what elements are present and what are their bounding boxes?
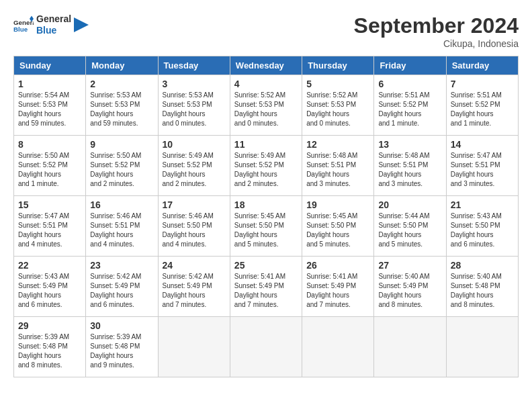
calendar-week-row: 22 Sunrise: 5:43 AMSunset: 5:49 PMDaylig…	[14, 257, 519, 317]
day-number: 18	[234, 199, 298, 210]
table-row: 19 Sunrise: 5:45 AMSunset: 5:50 PMDaylig…	[302, 196, 374, 257]
table-row: 20 Sunrise: 5:44 AMSunset: 5:50 PMDaylig…	[374, 196, 446, 257]
header-sunday: Sunday	[14, 56, 86, 75]
day-info: Sunrise: 5:40 AMSunset: 5:49 PMDaylight …	[378, 272, 441, 310]
day-info: Sunrise: 5:45 AMSunset: 5:50 PMDaylight …	[234, 212, 298, 249]
day-number: 2	[90, 79, 153, 89]
table-row: 23 Sunrise: 5:42 AMSunset: 5:49 PMDaylig…	[86, 257, 158, 317]
table-row	[158, 317, 230, 377]
day-info: Sunrise: 5:53 AMSunset: 5:53 PMDaylight …	[163, 91, 226, 128]
table-row: 1 Sunrise: 5:54 AMSunset: 5:53 PMDayligh…	[14, 75, 86, 136]
day-info: Sunrise: 5:44 AMSunset: 5:50 PMDaylight …	[378, 212, 441, 249]
table-row: 11 Sunrise: 5:49 AMSunset: 5:52 PMDaylig…	[230, 136, 302, 196]
day-number: 13	[378, 139, 441, 150]
day-number: 29	[18, 320, 81, 331]
month-title: September 2024	[354, 13, 519, 38]
day-info: Sunrise: 5:50 AMSunset: 5:52 PMDaylight …	[90, 151, 153, 189]
table-row	[446, 317, 518, 377]
day-number: 3	[163, 79, 226, 89]
header-thursday: Thursday	[302, 56, 374, 75]
day-info: Sunrise: 5:46 AMSunset: 5:50 PMDaylight …	[163, 212, 226, 249]
day-number: 17	[163, 199, 226, 210]
calendar-week-row: 1 Sunrise: 5:54 AMSunset: 5:53 PMDayligh…	[14, 75, 519, 136]
day-number: 30	[90, 320, 153, 331]
title-block: September 2024 Cikupa, Indonesia	[354, 13, 519, 49]
day-info: Sunrise: 5:41 AMSunset: 5:49 PMDaylight …	[306, 272, 369, 310]
table-row: 28 Sunrise: 5:40 AMSunset: 5:48 PMDaylig…	[446, 257, 518, 317]
day-info: Sunrise: 5:42 AMSunset: 5:49 PMDaylight …	[90, 272, 153, 310]
day-info: Sunrise: 5:47 AMSunset: 5:51 PMDaylight …	[451, 151, 514, 189]
calendar-week-row: 29 Sunrise: 5:39 AMSunset: 5:48 PMDaylig…	[14, 317, 519, 377]
table-row: 5 Sunrise: 5:52 AMSunset: 5:53 PMDayligh…	[302, 75, 374, 136]
table-row: 30 Sunrise: 5:39 AMSunset: 5:48 PMDaylig…	[86, 317, 158, 377]
table-row: 17 Sunrise: 5:46 AMSunset: 5:50 PMDaylig…	[158, 196, 230, 257]
day-number: 6	[378, 79, 441, 89]
calendar-week-row: 15 Sunrise: 5:47 AMSunset: 5:51 PMDaylig…	[14, 196, 519, 257]
day-info: Sunrise: 5:49 AMSunset: 5:52 PMDaylight …	[234, 151, 298, 189]
day-info: Sunrise: 5:53 AMSunset: 5:53 PMDaylight …	[90, 91, 153, 128]
day-number: 26	[306, 260, 369, 271]
logo-icon: General Blue	[13, 15, 34, 35]
header-tuesday: Tuesday	[158, 56, 230, 75]
calendar-table: Sunday Monday Tuesday Wednesday Thursday…	[13, 56, 519, 377]
day-number: 8	[18, 139, 81, 150]
table-row: 27 Sunrise: 5:40 AMSunset: 5:49 PMDaylig…	[374, 257, 446, 317]
table-row: 4 Sunrise: 5:52 AMSunset: 5:53 PMDayligh…	[230, 75, 302, 136]
day-info: Sunrise: 5:39 AMSunset: 5:48 PMDaylight …	[18, 332, 81, 370]
table-row: 26 Sunrise: 5:41 AMSunset: 5:49 PMDaylig…	[302, 257, 374, 317]
day-info: Sunrise: 5:48 AMSunset: 5:51 PMDaylight …	[306, 151, 369, 189]
day-number: 1	[18, 79, 81, 89]
table-row: 6 Sunrise: 5:51 AMSunset: 5:52 PMDayligh…	[374, 75, 446, 136]
page-header: General Blue General Blue September 2024…	[13, 13, 519, 49]
day-info: Sunrise: 5:45 AMSunset: 5:50 PMDaylight …	[306, 212, 369, 249]
table-row: 2 Sunrise: 5:53 AMSunset: 5:53 PMDayligh…	[86, 75, 158, 136]
table-row: 29 Sunrise: 5:39 AMSunset: 5:48 PMDaylig…	[14, 317, 86, 377]
day-info: Sunrise: 5:43 AMSunset: 5:50 PMDaylight …	[451, 212, 514, 249]
day-info: Sunrise: 5:47 AMSunset: 5:51 PMDaylight …	[18, 212, 81, 249]
table-row: 16 Sunrise: 5:46 AMSunset: 5:51 PMDaylig…	[86, 196, 158, 257]
table-row: 22 Sunrise: 5:43 AMSunset: 5:49 PMDaylig…	[14, 257, 86, 317]
day-info: Sunrise: 5:54 AMSunset: 5:53 PMDaylight …	[18, 91, 81, 128]
day-number: 23	[90, 260, 153, 271]
table-row: 24 Sunrise: 5:42 AMSunset: 5:49 PMDaylig…	[158, 257, 230, 317]
table-row	[302, 317, 374, 377]
svg-text:Blue: Blue	[13, 26, 28, 33]
day-number: 16	[90, 199, 153, 210]
day-number: 21	[451, 199, 514, 210]
day-info: Sunrise: 5:50 AMSunset: 5:52 PMDaylight …	[18, 151, 81, 189]
day-number: 20	[378, 199, 441, 210]
day-info: Sunrise: 5:49 AMSunset: 5:52 PMDaylight …	[163, 151, 226, 189]
calendar-week-row: 8 Sunrise: 5:50 AMSunset: 5:52 PMDayligh…	[14, 136, 519, 196]
table-row: 8 Sunrise: 5:50 AMSunset: 5:52 PMDayligh…	[14, 136, 86, 196]
day-number: 24	[163, 260, 226, 271]
day-number: 12	[306, 139, 369, 150]
logo-arrow-icon	[74, 17, 89, 32]
table-row: 18 Sunrise: 5:45 AMSunset: 5:50 PMDaylig…	[230, 196, 302, 257]
svg-marker-4	[74, 17, 89, 32]
weekday-header-row: Sunday Monday Tuesday Wednesday Thursday…	[14, 56, 519, 75]
day-number: 27	[378, 260, 441, 271]
table-row: 10 Sunrise: 5:49 AMSunset: 5:52 PMDaylig…	[158, 136, 230, 196]
table-row: 21 Sunrise: 5:43 AMSunset: 5:50 PMDaylig…	[446, 196, 518, 257]
day-info: Sunrise: 5:46 AMSunset: 5:51 PMDaylight …	[90, 212, 153, 249]
table-row: 13 Sunrise: 5:48 AMSunset: 5:51 PMDaylig…	[374, 136, 446, 196]
day-number: 22	[18, 260, 81, 271]
day-number: 7	[451, 79, 514, 89]
day-info: Sunrise: 5:42 AMSunset: 5:49 PMDaylight …	[163, 272, 226, 310]
day-info: Sunrise: 5:52 AMSunset: 5:53 PMDaylight …	[306, 91, 369, 128]
day-info: Sunrise: 5:41 AMSunset: 5:49 PMDaylight …	[234, 272, 298, 310]
day-info: Sunrise: 5:43 AMSunset: 5:49 PMDaylight …	[18, 272, 81, 310]
logo: General Blue General Blue	[13, 13, 89, 36]
day-info: Sunrise: 5:40 AMSunset: 5:48 PMDaylight …	[451, 272, 514, 310]
day-info: Sunrise: 5:52 AMSunset: 5:53 PMDaylight …	[234, 91, 298, 128]
location: Cikupa, Indonesia	[354, 38, 519, 49]
day-number: 28	[451, 260, 514, 271]
day-number: 15	[18, 199, 81, 210]
day-info: Sunrise: 5:51 AMSunset: 5:52 PMDaylight …	[378, 91, 441, 128]
table-row: 9 Sunrise: 5:50 AMSunset: 5:52 PMDayligh…	[86, 136, 158, 196]
table-row: 7 Sunrise: 5:51 AMSunset: 5:52 PMDayligh…	[446, 75, 518, 136]
header-monday: Monday	[86, 56, 158, 75]
day-number: 11	[234, 139, 298, 150]
table-row: 14 Sunrise: 5:47 AMSunset: 5:51 PMDaylig…	[446, 136, 518, 196]
day-number: 19	[306, 199, 369, 210]
